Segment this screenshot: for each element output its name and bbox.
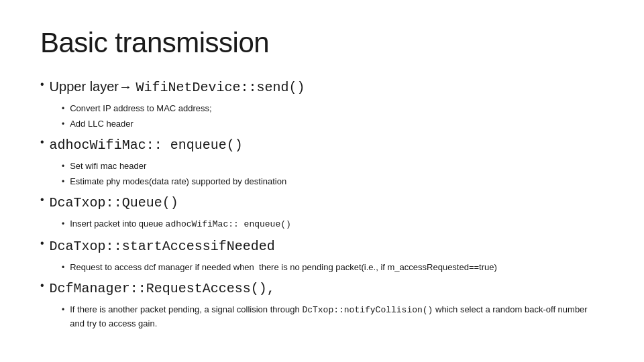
- level2-text: Add LLC header: [70, 117, 133, 131]
- bullet-icon: •: [40, 280, 44, 292]
- bullet-icon: •: [40, 136, 44, 148]
- bullet-icon: •: [62, 305, 64, 314]
- sub-list: • Insert packet into queue adhocWifiMac:…: [62, 217, 604, 231]
- sub-list: • Set wifi mac header • Estimate phy mod…: [62, 160, 604, 188]
- level2-text: Request to access dcf manager if needed …: [70, 261, 497, 274]
- list-item: • Convert IP address to MAC address;: [62, 102, 604, 115]
- bullet-icon: •: [40, 237, 44, 249]
- list-item: • If there is another packet pending, a …: [62, 303, 604, 330]
- bullet-icon: •: [62, 104, 64, 113]
- list-item: • Upper layer→ WifiNetDevice::send(): [40, 78, 604, 97]
- level2-text: Convert IP address to MAC address;: [70, 102, 211, 115]
- bullet-icon: •: [62, 219, 64, 229]
- bullet-icon: •: [40, 78, 44, 90]
- list-item: • DcaTxop::Queue(): [40, 193, 604, 212]
- sub-list: • If there is another packet pending, a …: [62, 303, 604, 330]
- bullet-icon: •: [62, 162, 64, 171]
- level1-text: adhocWifiMac:: enqueue(): [50, 135, 243, 154]
- level2-text: If there is another packet pending, a si…: [70, 303, 604, 330]
- list-item: • DcaTxop::startAccessifNeeded: [40, 237, 604, 255]
- list-item: • Set wifi mac header: [62, 160, 604, 173]
- level1-text: DcaTxop::startAccessifNeeded: [50, 237, 275, 255]
- sub-list: • Convert IP address to MAC address; • A…: [62, 102, 604, 130]
- list-item: • DcfManager::RequestAccess(),: [40, 279, 604, 298]
- level1-text: DcaTxop::Queue(): [50, 193, 178, 212]
- level2-text: Set wifi mac header: [70, 160, 146, 173]
- level1-text: DcfManager::RequestAccess(),: [50, 279, 275, 298]
- sub-list: • Request to access dcf manager if neede…: [62, 261, 604, 274]
- list-item: • Request to access dcf manager if neede…: [62, 261, 604, 274]
- list-item: • adhocWifiMac:: enqueue(): [40, 135, 604, 154]
- bullet-icon: •: [62, 263, 64, 272]
- level1-text: Upper layer→ WifiNetDevice::send(): [50, 78, 305, 97]
- list-item: • Insert packet into queue adhocWifiMac:…: [62, 217, 604, 231]
- slide-content: • Upper layer→ WifiNetDevice::send() • C…: [40, 78, 604, 330]
- list-item: • Add LLC header: [62, 117, 604, 131]
- level2-text: Insert packet into queue adhocWifiMac:: …: [70, 217, 291, 231]
- slide-title: Basic transmission: [40, 27, 604, 59]
- bullet-icon: •: [40, 194, 44, 206]
- bullet-icon: •: [62, 177, 64, 186]
- list-item: • Estimate phy modes(data rate) supporte…: [62, 175, 604, 188]
- level2-text: Estimate phy modes(data rate) supported …: [70, 175, 286, 188]
- bullet-icon: •: [62, 119, 64, 129]
